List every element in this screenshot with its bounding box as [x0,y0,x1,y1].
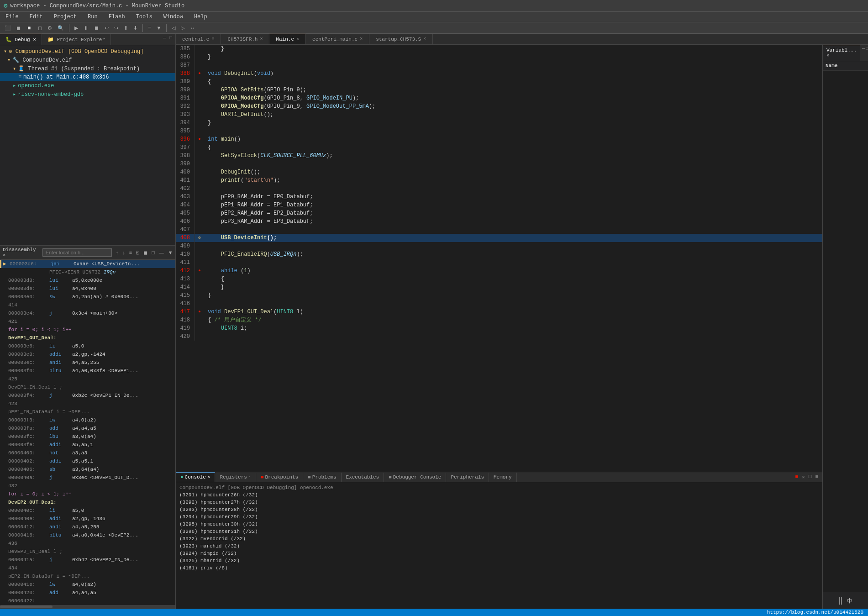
disasm-arrow-empty-12 [2,359,8,366]
tab-startup[interactable]: startup_CH573.S × [369,34,433,44]
toolbar-debug-6[interactable]: ⬆ [122,24,130,32]
console-more-icon[interactable]: ≡ [814,474,820,480]
tab-central-c-close[interactable]: × [211,37,214,42]
toolbar-btn-extra[interactable]: ≡ [146,24,153,32]
disasm-line-14: 000003fe: addi a5,a5,1 [0,441,175,449]
tree-item-thread[interactable]: ▾ 🧵 Thread #1 (Suspended : Breakpoint) [0,64,175,73]
toolbar-btn-2[interactable]: ◼ [15,24,22,32]
maximize-icon[interactable]: □ [168,35,174,43]
disasm-scrollbar[interactable] [0,605,175,609]
menu-item-window[interactable]: Window [162,13,185,21]
console-square-icon[interactable]: ■ [794,474,800,480]
disasm-btn-6[interactable]: □ [150,249,156,256]
menu-item-help[interactable]: Help [192,13,209,21]
tab-ch573sfr-h[interactable]: CH573SFR.h × [221,34,269,44]
toolbar-btn-right3[interactable]: ↔ [188,24,197,32]
minimize-icon[interactable]: — [162,35,167,43]
tree-item-openocd[interactable]: ▸ openocd.exe [0,81,175,90]
toolbar-btn-5[interactable]: ⚙ [46,24,54,32]
console-tab-debugger-console[interactable]: ■ Debugger Console [384,473,446,482]
console-tab-memory[interactable]: Memory [489,473,517,482]
disasm-mnem-19: li [49,507,72,514]
menu-item-project[interactable]: Project [52,13,79,21]
breakpoint-388: ● [198,69,200,78]
disasm-line-8: 000003ec: andi a4,a5,255 [0,358,175,367]
line-code-410: PFIC_EnableIRQ(USB_IRQn); [204,250,822,258]
toolbar-btn-right2[interactable]: ▷ [179,24,186,32]
toolbar-debug-4[interactable]: ↩ [103,24,110,32]
line-code-412: while (1) [204,267,822,275]
tab-main-c-close[interactable]: × [296,37,299,42]
variables-tab[interactable]: Variabl... × [823,45,860,61]
toolbar-btn-4[interactable]: ◻ [36,24,44,32]
tab-ch573sfr-close[interactable]: × [260,37,263,42]
disasm-line-21: 00000412: andi a4,a5,255 [0,523,175,531]
menu-item-flash[interactable]: Flash [107,13,127,21]
variables-minimize-icon[interactable]: — [862,46,865,59]
disasm-mnem-12: add [49,425,72,432]
toolbar-debug-7[interactable]: ⬇ [132,24,139,32]
toolbar-btn-3[interactable]: ◽ [24,24,34,32]
menu-item-file[interactable]: File [4,13,21,21]
tab-central-c[interactable]: central.c × [176,34,221,44]
code-editor[interactable]: 385 } 386 } 387 [176,45,822,472]
console-minimize-icon[interactable]: □ [807,474,813,480]
console-tab-problems[interactable]: ■ Problems [303,473,341,482]
executables-tab-label: Executables [346,474,379,480]
tab-main-c[interactable]: Main.c × [269,34,306,44]
disasm-btn-4[interactable]: ⎘ [135,249,141,256]
tab-project-explorer[interactable]: 📁 Project Explorer [42,34,111,45]
tab-centperi[interactable]: centPeri_main.c × [306,34,369,44]
disasm-line-17: 00000406: sb a3,64(a4) [0,465,175,474]
toolbar-debug-5[interactable]: ↪ [112,24,120,32]
disasm-ops-11: a4,0(a2) [72,416,96,424]
console-tab-executables[interactable]: Executables [342,473,384,482]
menu-item-tools[interactable]: Tools [134,13,154,21]
disasm-btn-8[interactable]: ▼ [167,249,174,256]
console-x-icon[interactable]: ✕ [800,474,806,480]
disasm-btn-7[interactable]: — [158,249,165,256]
toolbar-debug-3[interactable]: ⏹ [92,24,101,32]
console-tab-console[interactable]: ● Console × [176,472,215,482]
line-code-385: } [204,45,822,53]
tree-item-gdb[interactable]: ▸ riscv-none-embed-gdb [0,90,175,99]
toolbar-btn-6[interactable]: 🔍 [56,24,66,32]
toolbar-debug-1[interactable]: ▶ [73,24,80,32]
disasm-arrow-empty-19 [2,416,8,424]
disasm-btn-5[interactable]: ◼ [142,249,149,256]
toolbar-btn-right1[interactable]: ◁ [170,24,177,32]
line-code-409 [204,242,822,250]
variables-maximize-icon[interactable]: □ [866,46,868,59]
disasm-addr-432: 432 [8,482,49,490]
disassembly-location-input[interactable] [42,248,112,257]
line-code-399 [204,160,822,168]
tree-item-compound-elf[interactable]: ▾ 🔧 CompoundDev.elf [0,56,175,64]
disasm-arrow-empty-4 [2,293,8,300]
line-num-413: 413 [176,275,195,283]
tree-item-main-func[interactable]: ≡ main() at Main.c:408 0x3d6 [0,73,175,81]
line-gutter-387 [195,61,204,69]
disasm-btn-1[interactable]: ↑ [115,249,120,256]
disasm-btn-3[interactable]: ≡ [128,249,133,256]
toolbar-debug-2[interactable]: ⏸ [82,24,90,32]
tab-debug[interactable]: 🐛 Debug × [0,34,42,45]
tab-startup-close[interactable]: × [423,37,426,42]
disasm-arrow-empty-36 [2,556,8,563]
toolbar-btn-extra2[interactable]: ▼ [154,24,163,32]
console-tab-close[interactable]: × [207,474,210,480]
tab-centperi-label: centPeri_main.c [312,37,358,42]
menu-item-edit[interactable]: Edit [28,13,45,21]
line-gutter-388: ● [195,69,204,78]
disasm-ops-devep1: DevEP1_OUT_Deal: [8,334,57,342]
console-tab-breakpoints[interactable]: ■ Breakpoints [256,473,303,482]
console-tab-peripherals[interactable]: Peripherals [446,473,489,482]
disasm-btn-2[interactable]: ↓ [121,249,126,256]
line-num-408: 408 [176,234,195,242]
code-line-410: 410 PFIC_EnableIRQ(USB_IRQn); [176,250,822,258]
tab-centperi-close[interactable]: × [360,37,363,42]
toolbar-btn-1[interactable]: ⬛ [3,24,13,32]
tree-item-compound-debugging[interactable]: ▾ ⚙ CompoundDev.elf [GDB OpenOCD Debuggi… [0,47,175,56]
menu-item-run[interactable]: Run [86,13,100,21]
console-line-1: (3291) hpmcounter26h (/32) [179,491,819,499]
console-tab-registers[interactable]: Registers · [215,473,256,482]
